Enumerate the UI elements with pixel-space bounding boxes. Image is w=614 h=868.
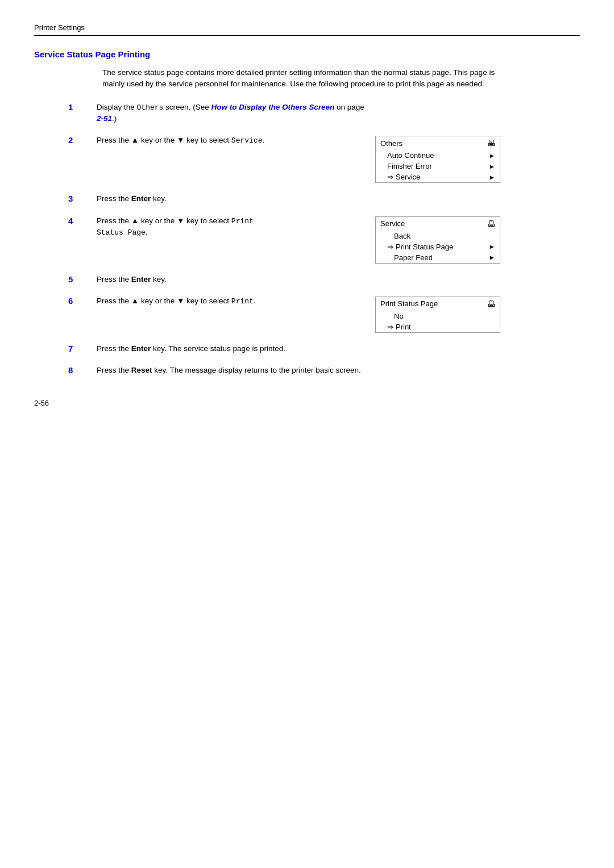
step-2-left: 2 Press the ▲ key or the ▼ key to select… bbox=[68, 135, 364, 147]
selected-arrow-print: ⇒ bbox=[387, 323, 393, 331]
arrow-printstatuspage: ► bbox=[489, 243, 495, 250]
panel-service-title: Service bbox=[380, 219, 405, 228]
panel-printstatuspage-title: Print Status Page bbox=[380, 299, 438, 308]
panel-others: Others 🖶 Auto Continue ► Finisher Error … bbox=[375, 136, 500, 183]
step1-code: Others bbox=[137, 103, 164, 112]
step-content-3: Press the Enter key. bbox=[97, 193, 370, 205]
step5-enter: Enter bbox=[131, 275, 151, 283]
panel-others-item-autocontinue: Auto Continue ► bbox=[376, 150, 500, 161]
panel-printstatuspage: Print Status Page 🖶 No ⇒ Print bbox=[375, 297, 500, 333]
page-header: Printer Settings bbox=[34, 23, 580, 36]
step-4-left: 4 Press the ▲ key or the ▼ key to select… bbox=[68, 215, 364, 239]
item-label-autocontinue: Auto Continue bbox=[387, 151, 434, 160]
step-content-5: Press the Enter key. bbox=[97, 274, 370, 285]
step-number-5: 5 bbox=[68, 274, 97, 284]
section-title: Service Status Page Printing bbox=[34, 49, 580, 59]
panel-service-item-paperfeed: Paper Feed ► bbox=[376, 252, 500, 263]
panel-others-item-finisher: Finisher Error ► bbox=[376, 161, 500, 172]
panel-service-item-printstatuspage: ⇒ Print Status Page ► bbox=[376, 241, 500, 252]
panel-service-header: Service 🖶 bbox=[376, 217, 500, 231]
step3-enter: Enter bbox=[131, 194, 151, 203]
arrow-service: ► bbox=[489, 174, 495, 181]
step1-link[interactable]: How to Display the Others Screen bbox=[211, 103, 334, 111]
step-number-6: 6 bbox=[68, 295, 97, 306]
step-number-2: 2 bbox=[68, 135, 97, 145]
page-footer: 2-56 bbox=[34, 399, 580, 407]
step-number-1: 1 bbox=[68, 102, 97, 112]
item-label-print: Print bbox=[396, 323, 411, 331]
step-1: 1 Display the Others screen. (See How to… bbox=[68, 102, 580, 125]
step1-page: 2-51 bbox=[97, 114, 112, 123]
step-3: 3 Press the Enter key. bbox=[68, 193, 580, 205]
step-number-8: 8 bbox=[68, 365, 97, 375]
step-2: 2 Press the ▲ key or the ▼ key to select… bbox=[68, 135, 580, 183]
step-content-8: Press the Reset key. The message display… bbox=[97, 365, 370, 376]
panel-others-icon: 🖶 bbox=[487, 139, 495, 148]
panel-others-header: Others 🖶 bbox=[376, 136, 500, 150]
arrow-paperfeed: ► bbox=[489, 254, 495, 261]
panel-service-icon: 🖶 bbox=[487, 219, 495, 228]
panel-others-item-service: ⇒ Service ► bbox=[376, 172, 500, 182]
step-number-4: 4 bbox=[68, 215, 97, 226]
item-label-paperfeed: Paper Feed bbox=[394, 253, 433, 262]
step7-enter: Enter bbox=[131, 344, 151, 353]
item-label-printstatuspage: Print Status Page bbox=[396, 243, 453, 251]
steps-container: 1 Display the Others screen. (See How to… bbox=[68, 102, 580, 377]
step-8: 8 Press the Reset key. The message displ… bbox=[68, 365, 580, 376]
step2-code: Service bbox=[231, 136, 263, 145]
step-4: 4 Press the ▲ key or the ▼ key to select… bbox=[68, 215, 580, 264]
step6-code: Print bbox=[231, 297, 254, 306]
step-content-1: Display the Others screen. (See How to D… bbox=[97, 102, 370, 125]
step-content-4: Press the ▲ key or the ▼ key to select P… bbox=[97, 215, 364, 239]
step-number-7: 7 bbox=[68, 343, 97, 353]
item-label-no: No bbox=[394, 312, 404, 320]
step-number-3: 3 bbox=[68, 193, 97, 203]
step-6: 6 Press the ▲ key or the ▼ key to select… bbox=[68, 295, 580, 333]
intro-text: The service status page contains more de… bbox=[102, 67, 500, 90]
arrow-finisher: ► bbox=[489, 163, 495, 170]
step-content-2: Press the ▲ key or the ▼ key to select S… bbox=[97, 135, 364, 147]
panel-printstatuspage-item-no: No bbox=[376, 311, 500, 322]
step-content-7: Press the Enter key. The service status … bbox=[97, 343, 370, 354]
item-label-back: Back bbox=[394, 232, 410, 240]
panel-printstatuspage-icon: 🖶 bbox=[487, 299, 495, 308]
step-5: 5 Press the Enter key. bbox=[68, 274, 580, 285]
selected-arrow-printstatuspage: ⇒ bbox=[387, 243, 393, 251]
panel-service: Service 🖶 Back ⇒ Print Status Page ► Pap… bbox=[375, 216, 500, 264]
panel-printstatuspage-item-print: ⇒ Print bbox=[376, 322, 500, 332]
step4-code2: Status Page bbox=[97, 228, 146, 237]
step-7: 7 Press the Enter key. The service statu… bbox=[68, 343, 580, 354]
panel-printstatuspage-header: Print Status Page 🖶 bbox=[376, 297, 500, 311]
header-text: Printer Settings bbox=[34, 23, 85, 32]
arrow-autocontinue: ► bbox=[489, 152, 495, 159]
panel-service-item-back: Back bbox=[376, 231, 500, 241]
selected-arrow-service: ⇒ bbox=[387, 173, 393, 181]
item-label-service: Service bbox=[396, 173, 420, 181]
page-number: 2-56 bbox=[34, 399, 49, 407]
panel-others-title: Others bbox=[380, 139, 403, 148]
step4-code1: Print bbox=[231, 217, 254, 226]
step-content-6: Press the ▲ key or the ▼ key to select P… bbox=[97, 295, 364, 307]
item-label-finisher: Finisher Error bbox=[387, 162, 432, 170]
step8-reset: Reset bbox=[131, 366, 152, 374]
step-6-left: 6 Press the ▲ key or the ▼ key to select… bbox=[68, 295, 364, 307]
